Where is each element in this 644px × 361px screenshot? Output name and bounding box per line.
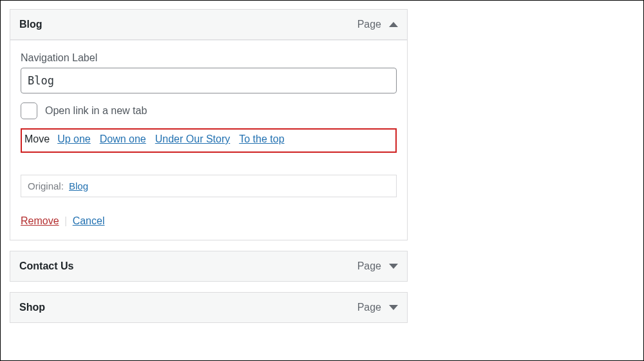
menu-item-type: Page [357, 302, 381, 313]
new-tab-label: Open link in a new tab [45, 105, 147, 117]
move-under-link[interactable]: Under Our Story [155, 133, 230, 145]
menu-item-header-contact-us[interactable]: Contact Us Page [10, 251, 408, 282]
menu-item-title: Contact Us [19, 260, 73, 272]
original-prefix: Original: [28, 180, 64, 191]
nav-label-label: Navigation Label [21, 52, 397, 64]
move-prefix: Move [24, 133, 50, 145]
original-link[interactable]: Blog [69, 180, 88, 191]
menu-item-body: Navigation Label Open link in a new tab … [10, 40, 408, 240]
collapse-icon [389, 22, 398, 27]
expand-icon [389, 264, 398, 269]
move-row: Move Up one Down one Under Our Story To … [21, 128, 397, 153]
menu-item-type: Page [357, 19, 381, 30]
expand-icon [389, 305, 398, 310]
menu-item-header-shop[interactable]: Shop Page [10, 292, 408, 323]
new-tab-checkbox[interactable] [21, 102, 37, 119]
menu-item-title: Blog [19, 19, 43, 30]
remove-link[interactable]: Remove [21, 215, 59, 226]
menu-item-contact-us: Contact Us Page [10, 251, 408, 282]
nav-label-input[interactable] [21, 68, 397, 93]
menu-item-meta: Page [357, 19, 398, 30]
move-down-link[interactable]: Down one [100, 133, 146, 145]
move-up-link[interactable]: Up one [57, 133, 91, 145]
cancel-link[interactable]: Cancel [73, 215, 105, 226]
menu-item-meta: Page [357, 302, 398, 313]
menu-item-header-blog[interactable]: Blog Page [10, 9, 408, 40]
original-box: Original: Blog [21, 175, 397, 197]
menu-item-type: Page [357, 260, 381, 272]
new-tab-row[interactable]: Open link in a new tab [21, 102, 397, 119]
item-actions: Remove | Cancel [21, 215, 397, 227]
menu-item-shop: Shop Page [10, 292, 408, 323]
menu-item-blog: Blog Page Navigation Label Open link in … [10, 9, 408, 240]
menu-item-meta: Page [357, 260, 398, 272]
move-top-link[interactable]: To the top [239, 133, 284, 145]
menu-item-title: Shop [19, 302, 45, 313]
